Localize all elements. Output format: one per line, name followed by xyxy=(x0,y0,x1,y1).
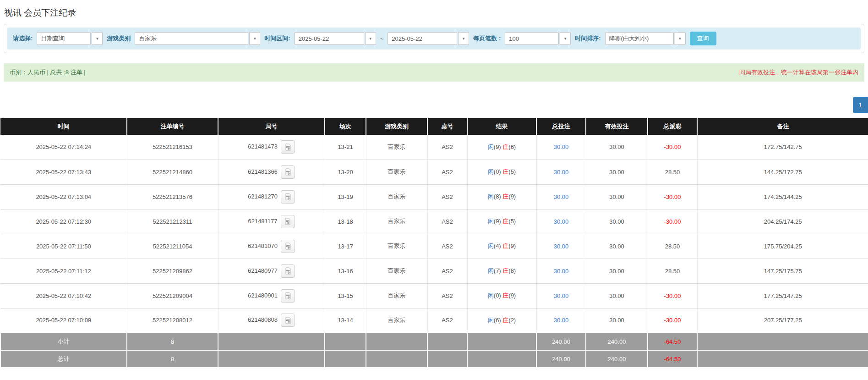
round-id-text: 621481270 xyxy=(248,193,278,199)
session-cell: 13-17 xyxy=(325,234,366,259)
table-no-cell: AS2 xyxy=(427,160,467,184)
video-replay-button[interactable] xyxy=(281,140,295,154)
result-cell: 闲(9) 庄(5) xyxy=(467,209,536,234)
result-cell: 闲(6) 庄(2) xyxy=(467,308,536,333)
player-result-label: 闲 xyxy=(488,242,494,249)
valid-bet-cell: 30.00 xyxy=(586,160,648,184)
chevron-down-icon[interactable]: ▼ xyxy=(365,32,376,45)
subtotal-row: 小计8240.00240.00-64.50 xyxy=(0,333,868,350)
video-replay-button[interactable] xyxy=(281,190,295,204)
game-category-input[interactable] xyxy=(135,32,248,45)
session-cell: 13-21 xyxy=(325,135,366,160)
table-no-cell: AS2 xyxy=(427,135,467,160)
total-bet-cell: 30.00 xyxy=(536,184,586,209)
bet-id-cell: 522521209004 xyxy=(127,283,218,308)
table-no-cell: AS2 xyxy=(427,308,467,333)
table-row: 2025-05-22 07:10:42522521209004621480901… xyxy=(0,283,868,308)
date-from-input[interactable] xyxy=(295,32,364,45)
column-header-1: 注单编号 xyxy=(127,118,218,135)
subtotal-row-remark xyxy=(697,333,868,350)
banker-result-score: (8) xyxy=(508,267,516,274)
valid-bet-cell: 30.00 xyxy=(586,308,648,333)
time-cell: 2025-05-22 07:13:04 xyxy=(0,184,127,209)
player-result-score: (8) xyxy=(494,193,503,200)
chevron-down-icon[interactable]: ▼ xyxy=(675,32,686,45)
session-cell: 13-16 xyxy=(325,259,366,283)
video-replay-button[interactable] xyxy=(281,264,295,278)
subtotal-row-empty xyxy=(325,333,366,350)
table-no-cell: AS2 xyxy=(427,283,467,308)
player-result-label: 闲 xyxy=(488,168,494,175)
remark-cell: 147.25/175.75 xyxy=(697,259,868,283)
date-to-picker: ▼ xyxy=(388,32,469,45)
payout-cell: -30.00 xyxy=(648,184,697,209)
remark-cell: 172.75/142.75 xyxy=(697,135,868,160)
total-bet-link[interactable]: 30.00 xyxy=(554,218,569,225)
chevron-down-icon[interactable]: ▼ xyxy=(92,32,103,45)
table-row: 2025-05-22 07:14:24522521216153621481473… xyxy=(0,135,868,160)
total-bet-link[interactable]: 30.00 xyxy=(554,243,569,250)
round-id-cell: 621481070 xyxy=(218,234,325,259)
bet-id-cell: 522521208012 xyxy=(127,308,218,333)
query-type-input[interactable] xyxy=(37,32,91,45)
remark-cell: 174.25/144.25 xyxy=(697,184,868,209)
round-id-text: 621480977 xyxy=(248,267,278,274)
round-id-text: 621481070 xyxy=(248,242,278,249)
page-1-button[interactable]: 1 xyxy=(853,97,868,113)
time-cell: 2025-05-22 07:11:12 xyxy=(0,259,127,283)
time-cell: 2025-05-22 07:10:09 xyxy=(0,308,127,333)
chevron-down-icon[interactable]: ▼ xyxy=(560,32,571,45)
subtotal-row-label: 小计 xyxy=(0,333,127,350)
session-cell: 13-14 xyxy=(325,308,366,333)
total-bet-link[interactable]: 30.00 xyxy=(554,268,569,275)
total-row-count: 8 xyxy=(127,350,218,368)
total-row-total-bet: 240.00 xyxy=(536,350,586,368)
table-row: 2025-05-22 07:12:30522521212311621481177… xyxy=(0,209,868,234)
total-bet-link[interactable]: 30.00 xyxy=(554,292,569,299)
search-button[interactable]: 查询 xyxy=(690,32,716,45)
total-bet-link[interactable]: 30.00 xyxy=(554,143,569,150)
video-replay-button[interactable] xyxy=(281,314,295,327)
payout-cell: 28.50 xyxy=(648,160,697,184)
session-cell: 13-19 xyxy=(325,184,366,209)
time-cell: 2025-05-22 07:11:50 xyxy=(0,234,127,259)
total-bet-link[interactable]: 30.00 xyxy=(554,193,569,200)
banker-result-score: (2) xyxy=(508,317,516,324)
total-row-empty xyxy=(218,350,325,368)
remark-cell: 144.25/172.75 xyxy=(697,160,868,184)
date-from-picker: ▼ xyxy=(295,32,376,45)
total-bet-link[interactable]: 30.00 xyxy=(554,169,569,176)
video-replay-button[interactable] xyxy=(281,240,295,253)
summary-bar: 币别：人民币 | 总共 :8 注单 | 同局有效投注，统一计算在该局第一张注单内 xyxy=(4,63,864,82)
remark-cell: 204.25/174.25 xyxy=(697,209,868,234)
total-bet-link[interactable]: 30.00 xyxy=(554,317,569,324)
filter-bar: 请选择: ▼ 游戏类别 ▼ 时间区间: ▼ ~ ▼ 每页笔数 : ▼ 时间排序:… xyxy=(7,28,861,50)
time-sort-input[interactable] xyxy=(605,32,674,45)
round-id-text: 621481473 xyxy=(248,143,278,150)
round-id-cell: 621480977 xyxy=(218,259,325,283)
video-replay-button[interactable] xyxy=(281,165,295,179)
subtotal-row-empty xyxy=(366,333,427,350)
round-id-text: 621481366 xyxy=(248,168,278,175)
page-size-input[interactable] xyxy=(505,32,559,45)
chevron-down-icon[interactable]: ▼ xyxy=(249,32,260,45)
total-row-valid-bet: 240.00 xyxy=(586,350,648,368)
banker-result-score: (5) xyxy=(508,168,516,175)
round-id-text: 621480901 xyxy=(248,292,278,298)
video-replay-button[interactable] xyxy=(281,289,295,303)
payout-cell: -30.00 xyxy=(648,209,697,234)
table-no-cell: AS2 xyxy=(427,259,467,283)
page-title: 视讯 会员下注纪录 xyxy=(4,7,868,19)
chevron-down-icon[interactable]: ▼ xyxy=(458,32,469,45)
column-header-10: 备注 xyxy=(697,118,868,135)
round-id-cell: 621481366 xyxy=(218,160,325,184)
bet-id-cell: 522521209862 xyxy=(127,259,218,283)
game-cell: 百家乐 xyxy=(366,209,427,234)
video-camera-icon xyxy=(284,292,292,299)
video-camera-icon xyxy=(284,193,292,200)
column-header-8: 有效投注 xyxy=(586,118,648,135)
video-replay-button[interactable] xyxy=(281,215,295,228)
banker-result-score: (5) xyxy=(508,218,516,225)
round-id-cell: 621481177 xyxy=(218,209,325,234)
date-to-input[interactable] xyxy=(388,32,457,45)
